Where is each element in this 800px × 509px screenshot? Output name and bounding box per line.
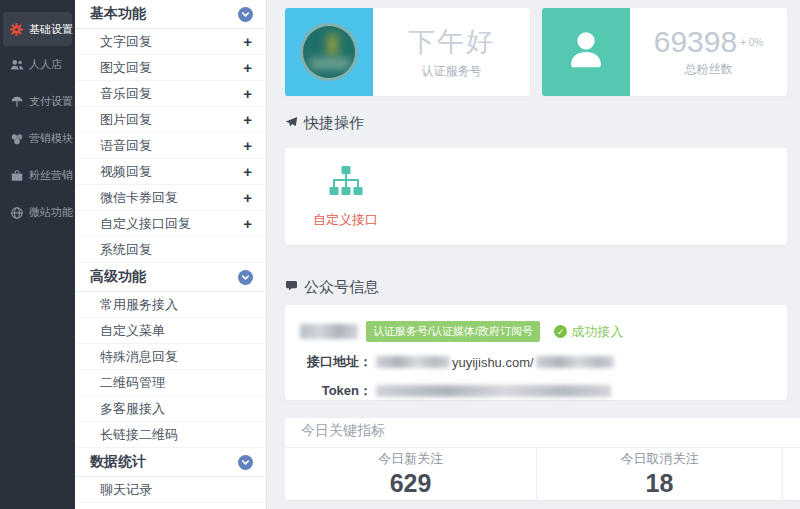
menu-item-common-services[interactable]: 常用服务接入 (75, 292, 266, 318)
main-content: 下午好 认证服务号 69398 + 0% (267, 0, 800, 509)
expand-plus-icon[interactable]: + (243, 190, 252, 205)
app-window: 基础设置 人人店 支付设置 (0, 0, 800, 509)
quick-ops-title: 快捷操作 (304, 114, 364, 133)
payment-icon (9, 94, 24, 109)
menu-section-advanced[interactable]: 高级功能 (75, 263, 266, 292)
metric-unfollows: 今日取消关注 18 (537, 448, 783, 500)
menu-item-picture-reply[interactable]: 图片回复 + (75, 107, 266, 133)
comment-icon (285, 278, 298, 296)
menu-item-system-reply[interactable]: 系统回复 (75, 237, 266, 263)
key-metrics-title: 今日关键指标 (301, 422, 385, 440)
account-type-label: 认证服务号 (422, 63, 482, 80)
expand-plus-icon[interactable]: + (243, 138, 252, 153)
menu-section-title: 数据统计 (90, 453, 146, 471)
check-circle-icon: ✓ (554, 325, 567, 338)
custom-api-shortcut[interactable]: 自定义接口 (313, 164, 378, 229)
api-url-suffix-blurred (536, 356, 614, 368)
menu-section-basic[interactable]: 基本功能 (75, 0, 266, 29)
expand-plus-icon[interactable]: + (243, 34, 252, 49)
nav-item-label: 人人店 (29, 57, 62, 72)
quick-ops-panel: 自定义接口 (285, 148, 787, 245)
menu-item-multi-service[interactable]: 多客服接入 (75, 396, 266, 422)
account-info-title: 公众号信息 (304, 278, 379, 297)
menu-item-long-link-qrcode[interactable]: 长链接二维码 (75, 422, 266, 448)
nav-item-label: 微站功能 (29, 205, 73, 220)
menu-item-custom-api-reply[interactable]: 自定义接口回复 + (75, 211, 266, 237)
account-name-blurred (300, 324, 358, 339)
nav-item-label: 基础设置 (29, 22, 73, 37)
metric-cutoff-stub (783, 448, 800, 500)
users-icon (9, 57, 24, 72)
expand-plus-icon[interactable]: + (243, 216, 252, 231)
expand-plus-icon[interactable]: + (243, 112, 252, 127)
quick-ops-header: 快捷操作 (285, 114, 787, 132)
total-fans-label: 总粉丝数 (685, 61, 733, 78)
menu-section-title: 基本功能 (90, 5, 146, 23)
menu-item-chat-records[interactable]: 聊天记录 (75, 477, 266, 503)
nav-item-payment-settings[interactable]: 支付设置 (0, 83, 75, 120)
fans-card: 69398 + 0% 总粉丝数 (542, 8, 787, 96)
menu-item-music-reply[interactable]: 音乐回复 + (75, 81, 266, 107)
fans-icon-square (542, 8, 630, 96)
nav-item-marketing-modules[interactable]: 营销模块 (0, 120, 75, 157)
nav-item-label: 支付设置 (29, 94, 73, 109)
sitemap-icon (329, 164, 363, 202)
account-type-badge: 认证服务号/认证媒体/政府订阅号 (366, 321, 540, 342)
chevron-down-icon[interactable] (238, 270, 253, 285)
account-avatar-square (285, 8, 373, 96)
menu-sidebar: 基本功能 文字回复 + 图文回复 + 音乐回复 + 图片回复 + 语音回复 + … (75, 0, 267, 509)
menu-item-qrcode-management[interactable]: 二维码管理 (75, 370, 266, 396)
token-label: Token： (300, 382, 372, 400)
menu-section-statistics[interactable]: 数据统计 (75, 448, 266, 477)
chevron-down-icon[interactable] (238, 7, 253, 22)
connection-status: ✓ 成功接入 (554, 323, 623, 341)
account-info-panel: 认证服务号/认证媒体/政府订阅号 ✓ 成功接入 接口地址： yuyijishu.… (285, 305, 787, 400)
menu-item-special-message-reply[interactable]: 特殊消息回复 (75, 344, 266, 370)
nav-item-microsite[interactable]: 微站功能 (0, 194, 75, 231)
api-url-prefix-blurred (376, 356, 450, 368)
menu-item-card-coupon-reply[interactable]: 微信卡券回复 + (75, 185, 266, 211)
modules-icon (9, 131, 24, 146)
menu-section-title: 高级功能 (90, 268, 146, 286)
nav-item-renren-shop[interactable]: 人人店 (0, 46, 75, 83)
nav-rail: 基础设置 人人店 支付设置 (0, 0, 75, 509)
chevron-down-icon[interactable] (238, 455, 253, 470)
nav-item-fans-marketing[interactable]: 粉丝营销 (0, 157, 75, 194)
nav-item-label: 营销模块 (29, 131, 73, 146)
api-url-domain: yuyijishu.com/ (452, 355, 534, 370)
connection-status-text: 成功接入 (571, 323, 623, 341)
menu-item-text-reply[interactable]: 文字回复 + (75, 29, 266, 55)
nav-item-label: 粉丝营销 (29, 168, 73, 183)
menu-item-video-reply[interactable]: 视频回复 + (75, 159, 266, 185)
key-metrics-panel: 今日关键指标 今日新关注 629 今日取消关注 18 (285, 418, 800, 500)
greeting-card: 下午好 认证服务号 (285, 8, 530, 96)
account-info-header: 公众号信息 (285, 278, 787, 296)
nav-item-basic-settings[interactable]: 基础设置 (3, 12, 72, 46)
expand-plus-icon[interactable]: + (243, 86, 252, 101)
menu-item-image-text-reply[interactable]: 图文回复 + (75, 55, 266, 81)
token-value-blurred (376, 385, 611, 397)
custom-api-label: 自定义接口 (313, 211, 378, 229)
total-fans-count: 69398 (654, 27, 737, 57)
expand-plus-icon[interactable]: + (243, 164, 252, 179)
person-icon (563, 27, 609, 77)
account-avatar (300, 23, 358, 81)
fans-delta: + 0% (740, 37, 763, 48)
paper-plane-icon (285, 114, 298, 132)
globe-icon (9, 205, 24, 220)
metric-new-follows: 今日新关注 629 (285, 448, 537, 500)
greeting-text: 下午好 (408, 24, 495, 60)
api-url-label: 接口地址： (300, 353, 372, 371)
menu-item-custom-menu[interactable]: 自定义菜单 (75, 318, 266, 344)
summary-cards: 下午好 认证服务号 69398 + 0% (285, 8, 787, 96)
gear-icon (9, 22, 24, 37)
menu-item-voice-reply[interactable]: 语音回复 + (75, 133, 266, 159)
expand-plus-icon[interactable]: + (243, 60, 252, 75)
briefcase-icon (9, 168, 24, 183)
